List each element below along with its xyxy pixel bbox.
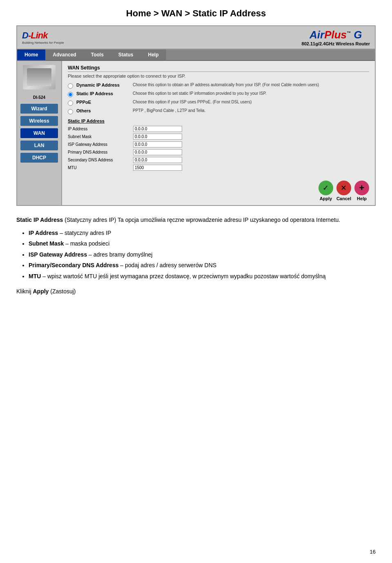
device-label: DI-524	[20, 95, 58, 100]
tab-tools[interactable]: Tools	[84, 49, 111, 60]
cancel-icon: ✕	[336, 181, 351, 195]
apply-button[interactable]: ✓ Apply	[318, 181, 333, 201]
radio-static-ip-input[interactable]	[68, 92, 73, 97]
label-subnet-mask: Subnet Mask	[68, 134, 133, 139]
router-ui-box: D-Link Building Networks for People AirP…	[16, 25, 376, 206]
tab-advanced[interactable]: Advanced	[45, 49, 83, 60]
radio-others: Others PPTP , BigPond Cable , L2TP and T…	[68, 108, 369, 114]
field-isp-gateway: ISP Gateway Address	[68, 141, 369, 147]
help-label: Help	[357, 196, 367, 201]
sidebar-btn-wizard[interactable]: Wizard	[20, 104, 58, 114]
bullet-dns-address-term: Primary/Secondary DNS Address	[29, 262, 118, 268]
bullet-dns-address-text: – podaj adres / adresy serwerów DNS	[120, 262, 216, 268]
input-subnet-mask[interactable]	[133, 134, 182, 140]
input-ip-address[interactable]	[133, 126, 182, 132]
cancel-button[interactable]: ✕ Cancel	[336, 181, 351, 201]
description-intro: Static IP Address (Statyczny adres IP) T…	[16, 216, 376, 224]
label-ip-address: IP Address	[68, 127, 133, 131]
label-primary-dns: Primary DNS Address	[68, 150, 133, 154]
bullet-dns-address: Primary/Secondary DNS Address – podaj ad…	[29, 261, 376, 270]
bullet-subnet-mask-term: Subnet Mask	[29, 240, 64, 247]
input-secondary-dns[interactable]	[133, 157, 182, 163]
page-title: Home > WAN > Static IP Address	[16, 8, 376, 19]
static-ip-bold: Static IP Address	[16, 217, 63, 223]
field-primary-dns: Primary DNS Address	[68, 149, 369, 155]
bullet-isp-gateway-text: – adres bramy domyślnej	[89, 251, 152, 258]
radio-pppoe: PPPoE Choose this option if your ISP use…	[68, 100, 369, 106]
bullet-ip-address: IP Address – statyczny adres IP	[29, 228, 376, 237]
help-icon: +	[354, 181, 369, 195]
field-mtu: MTU	[68, 165, 369, 171]
action-buttons-row: ✓ Apply ✕ Cancel + Help	[62, 176, 375, 205]
radio-static-ip-label: Static IP Address	[76, 91, 129, 96]
radio-dynamic-ip: Dynamic IP Address Choose this option to…	[68, 83, 369, 89]
router-body: DI-524 Wizard Wireless WAN LAN DHCP WAN …	[17, 61, 375, 205]
bullet-mtu: MTU – wpisz wartość MTU jeśli jest wymag…	[29, 272, 376, 281]
radio-options-group: Dynamic IP Address Choose this option to…	[68, 83, 369, 114]
bullet-mtu-text: – wpisz wartość MTU jeśli jest wymagana …	[42, 273, 325, 279]
router-main-content: WAN Settings Please select the appropria…	[62, 61, 375, 205]
input-primary-dns[interactable]	[133, 149, 182, 155]
apply-icon: ✓	[318, 181, 333, 195]
field-ip-address: IP Address	[68, 126, 369, 132]
cancel-label: Cancel	[336, 196, 351, 201]
bullet-subnet-mask: Subnet Mask – maska podsieci	[29, 239, 376, 248]
radio-static-ip: Static IP Address Choose this option to …	[68, 91, 369, 97]
field-secondary-dns: Secondary DNS Address	[68, 157, 369, 163]
wan-settings-desc: Please select the appropriate option to …	[68, 74, 369, 78]
label-mtu: MTU	[68, 165, 133, 170]
router-header: D-Link Building Networks for People AirP…	[17, 26, 375, 49]
static-ip-section: Static IP Address IP Address Subnet Mask…	[68, 118, 369, 171]
tab-home[interactable]: Home	[17, 49, 45, 60]
radio-others-input[interactable]	[68, 109, 73, 114]
bullet-subnet-mask-text: – maska podsieci	[65, 240, 109, 247]
input-mtu[interactable]	[133, 165, 182, 171]
bullet-ip-address-text: – statyczny adres IP	[60, 230, 111, 236]
label-isp-gateway: ISP Gateway Address	[68, 142, 133, 147]
sidebar-btn-wan[interactable]: WAN	[20, 128, 58, 138]
bullet-list: IP Address – statyczny adres IP Subnet M…	[29, 228, 376, 281]
sidebar-btn-lan[interactable]: LAN	[20, 141, 58, 150]
apply-label: Apply	[320, 196, 332, 201]
radio-pppoe-desc: Choose this option if your ISP uses PPPo…	[133, 100, 369, 104]
description-intro-text: (Statyczny adres IP) Ta opcja umożliwia …	[65, 217, 340, 223]
sidebar-btn-dhcp[interactable]: DHCP	[20, 153, 58, 163]
radio-static-ip-desc: Choose this option to set static IP info…	[133, 91, 369, 96]
radio-dynamic-ip-input[interactable]	[68, 83, 73, 89]
radio-others-label: Others	[76, 108, 129, 113]
description-section: Static IP Address (Statyczny adres IP) T…	[16, 216, 376, 296]
router-sidebar: DI-524 Wizard Wireless WAN LAN DHCP	[17, 61, 62, 205]
help-button[interactable]: + Help	[354, 181, 369, 201]
static-ip-section-title: Static IP Address	[68, 118, 369, 123]
radio-pppoe-label: PPPoE	[76, 100, 129, 105]
bullet-isp-gateway: ISP Gateway Address – adres bramy domyśl…	[29, 250, 376, 259]
footer-suffix: (Zastosuj)	[49, 288, 76, 295]
dlink-tagline: Building Networks for People	[22, 41, 64, 45]
radio-others-desc: PPTP , BigPond Cable , L2TP and Telia.	[133, 108, 369, 113]
dlink-logo: D-Link Building Networks for People	[22, 30, 64, 45]
footer-prefix: Kliknij	[16, 288, 33, 295]
device-image	[23, 65, 56, 89]
bullet-mtu-term: MTU	[29, 273, 41, 279]
bullet-isp-gateway-term: ISP Gateway Address	[29, 251, 87, 258]
bullet-ip-address-term: IP Address	[29, 230, 58, 236]
input-isp-gateway[interactable]	[133, 141, 182, 147]
footer-text: Kliknij Apply (Zastosuj)	[16, 287, 376, 296]
radio-dynamic-ip-desc: Choose this option to obtain an IP addre…	[133, 83, 369, 87]
product-name-box: AirPlus™ G 802.11g/2.4GHz Wireless Route…	[302, 29, 370, 46]
tab-status[interactable]: Status	[111, 49, 141, 60]
tab-help[interactable]: Help	[141, 49, 166, 60]
nav-tabs-bar: Home Advanced Tools Status Help	[17, 49, 375, 61]
dlink-brand-text: D-Link	[22, 30, 64, 41]
label-secondary-dns: Secondary DNS Address	[68, 158, 133, 162]
radio-dynamic-ip-label: Dynamic IP Address	[76, 83, 129, 87]
product-name: AirPlus™ G	[302, 29, 370, 41]
page-number: 16	[370, 549, 376, 555]
sidebar-btn-wireless[interactable]: Wireless	[20, 116, 58, 126]
footer-apply: Apply	[33, 288, 49, 295]
wan-settings-title: WAN Settings	[68, 65, 369, 72]
field-subnet-mask: Subnet Mask	[68, 134, 369, 140]
product-subtitle: 802.11g/2.4GHz Wireless Router	[302, 41, 370, 46]
radio-pppoe-input[interactable]	[68, 101, 73, 106]
